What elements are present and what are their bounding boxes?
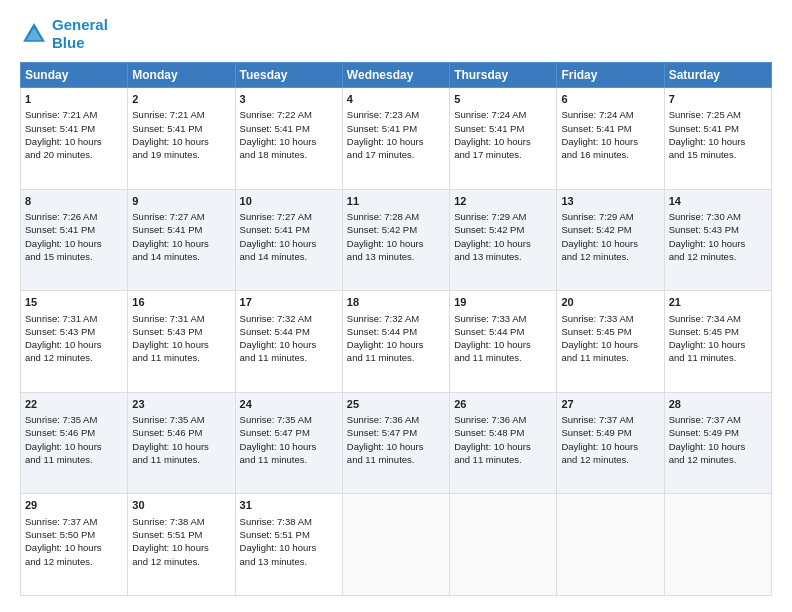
day-info: Daylight: 10 hours: [132, 440, 230, 453]
day-info: and 12 minutes.: [132, 555, 230, 568]
day-info: Sunset: 5:41 PM: [347, 122, 445, 135]
day-info: and 11 minutes.: [347, 351, 445, 364]
day-info: Daylight: 10 hours: [669, 338, 767, 351]
day-info: and 11 minutes.: [240, 351, 338, 364]
day-info: Sunrise: 7:33 AM: [454, 312, 552, 325]
day-number: 19: [454, 295, 552, 310]
day-info: and 11 minutes.: [347, 453, 445, 466]
day-info: and 11 minutes.: [454, 351, 552, 364]
day-info: Daylight: 10 hours: [561, 338, 659, 351]
day-info: and 14 minutes.: [132, 250, 230, 263]
day-info: Daylight: 10 hours: [347, 237, 445, 250]
day-info: Daylight: 10 hours: [454, 135, 552, 148]
day-info: Sunset: 5:51 PM: [240, 528, 338, 541]
calendar-cell: 18Sunrise: 7:32 AMSunset: 5:44 PMDayligh…: [342, 291, 449, 393]
day-info: Sunrise: 7:23 AM: [347, 108, 445, 121]
day-info: Sunrise: 7:37 AM: [669, 413, 767, 426]
day-info: Sunrise: 7:29 AM: [454, 210, 552, 223]
day-number: 30: [132, 498, 230, 513]
day-info: Sunset: 5:43 PM: [669, 223, 767, 236]
day-info: Daylight: 10 hours: [454, 237, 552, 250]
day-info: Sunrise: 7:32 AM: [347, 312, 445, 325]
day-info: Daylight: 10 hours: [561, 135, 659, 148]
day-info: Sunset: 5:41 PM: [669, 122, 767, 135]
day-number: 2: [132, 92, 230, 107]
calendar-cell: 21Sunrise: 7:34 AMSunset: 5:45 PMDayligh…: [664, 291, 771, 393]
day-info: Sunrise: 7:22 AM: [240, 108, 338, 121]
day-info: Sunrise: 7:38 AM: [240, 515, 338, 528]
calendar-cell: 26Sunrise: 7:36 AMSunset: 5:48 PMDayligh…: [450, 392, 557, 494]
day-info: and 12 minutes.: [669, 250, 767, 263]
day-info: Sunset: 5:45 PM: [561, 325, 659, 338]
day-info: and 12 minutes.: [25, 351, 123, 364]
weekday-header-thursday: Thursday: [450, 63, 557, 88]
calendar-cell: 28Sunrise: 7:37 AMSunset: 5:49 PMDayligh…: [664, 392, 771, 494]
calendar-cell: 12Sunrise: 7:29 AMSunset: 5:42 PMDayligh…: [450, 189, 557, 291]
day-info: Sunset: 5:42 PM: [347, 223, 445, 236]
day-info: Daylight: 10 hours: [454, 338, 552, 351]
logo-icon: [20, 20, 48, 48]
day-info: Sunrise: 7:27 AM: [240, 210, 338, 223]
calendar-cell: 20Sunrise: 7:33 AMSunset: 5:45 PMDayligh…: [557, 291, 664, 393]
day-info: Daylight: 10 hours: [25, 135, 123, 148]
day-number: 14: [669, 194, 767, 209]
day-info: Sunrise: 7:34 AM: [669, 312, 767, 325]
weekday-header-sunday: Sunday: [21, 63, 128, 88]
calendar-cell: 7Sunrise: 7:25 AMSunset: 5:41 PMDaylight…: [664, 88, 771, 190]
day-info: Sunrise: 7:38 AM: [132, 515, 230, 528]
weekday-header-wednesday: Wednesday: [342, 63, 449, 88]
calendar-cell: 24Sunrise: 7:35 AMSunset: 5:47 PMDayligh…: [235, 392, 342, 494]
day-number: 16: [132, 295, 230, 310]
calendar-cell: 19Sunrise: 7:33 AMSunset: 5:44 PMDayligh…: [450, 291, 557, 393]
day-info: Sunset: 5:51 PM: [132, 528, 230, 541]
calendar-cell: 22Sunrise: 7:35 AMSunset: 5:46 PMDayligh…: [21, 392, 128, 494]
day-info: and 11 minutes.: [132, 351, 230, 364]
day-info: Daylight: 10 hours: [561, 237, 659, 250]
calendar-cell: 4Sunrise: 7:23 AMSunset: 5:41 PMDaylight…: [342, 88, 449, 190]
calendar-table: SundayMondayTuesdayWednesdayThursdayFrid…: [20, 62, 772, 596]
day-info: and 16 minutes.: [561, 148, 659, 161]
calendar-cell: 17Sunrise: 7:32 AMSunset: 5:44 PMDayligh…: [235, 291, 342, 393]
day-number: 7: [669, 92, 767, 107]
day-info: and 12 minutes.: [561, 250, 659, 263]
day-info: Daylight: 10 hours: [669, 440, 767, 453]
day-info: Daylight: 10 hours: [132, 237, 230, 250]
calendar-cell: 2Sunrise: 7:21 AMSunset: 5:41 PMDaylight…: [128, 88, 235, 190]
day-info: Daylight: 10 hours: [669, 135, 767, 148]
day-number: 29: [25, 498, 123, 513]
day-info: Sunrise: 7:24 AM: [561, 108, 659, 121]
calendar-cell: 6Sunrise: 7:24 AMSunset: 5:41 PMDaylight…: [557, 88, 664, 190]
day-info: Sunset: 5:43 PM: [25, 325, 123, 338]
day-info: Sunset: 5:46 PM: [25, 426, 123, 439]
day-info: Sunrise: 7:35 AM: [240, 413, 338, 426]
day-info: and 11 minutes.: [454, 453, 552, 466]
day-info: Sunset: 5:49 PM: [669, 426, 767, 439]
calendar-cell: 25Sunrise: 7:36 AMSunset: 5:47 PMDayligh…: [342, 392, 449, 494]
calendar-cell: 16Sunrise: 7:31 AMSunset: 5:43 PMDayligh…: [128, 291, 235, 393]
day-info: and 17 minutes.: [454, 148, 552, 161]
calendar-cell: [450, 494, 557, 596]
day-info: Sunset: 5:46 PM: [132, 426, 230, 439]
day-info: Sunset: 5:44 PM: [240, 325, 338, 338]
day-info: Sunrise: 7:37 AM: [561, 413, 659, 426]
day-info: and 11 minutes.: [240, 453, 338, 466]
day-info: Sunrise: 7:35 AM: [25, 413, 123, 426]
day-number: 22: [25, 397, 123, 412]
day-number: 5: [454, 92, 552, 107]
day-info: Sunset: 5:48 PM: [454, 426, 552, 439]
day-info: Daylight: 10 hours: [240, 338, 338, 351]
day-info: Daylight: 10 hours: [25, 440, 123, 453]
day-info: Daylight: 10 hours: [240, 440, 338, 453]
day-info: and 12 minutes.: [561, 453, 659, 466]
calendar-cell: 29Sunrise: 7:37 AMSunset: 5:50 PMDayligh…: [21, 494, 128, 596]
day-info: Sunrise: 7:35 AM: [132, 413, 230, 426]
day-info: Sunrise: 7:28 AM: [347, 210, 445, 223]
day-info: Sunrise: 7:21 AM: [132, 108, 230, 121]
day-number: 27: [561, 397, 659, 412]
day-info: Sunset: 5:42 PM: [561, 223, 659, 236]
weekday-header-monday: Monday: [128, 63, 235, 88]
calendar-cell: 3Sunrise: 7:22 AMSunset: 5:41 PMDaylight…: [235, 88, 342, 190]
calendar-cell: 13Sunrise: 7:29 AMSunset: 5:42 PMDayligh…: [557, 189, 664, 291]
day-info: Sunset: 5:44 PM: [454, 325, 552, 338]
day-number: 21: [669, 295, 767, 310]
